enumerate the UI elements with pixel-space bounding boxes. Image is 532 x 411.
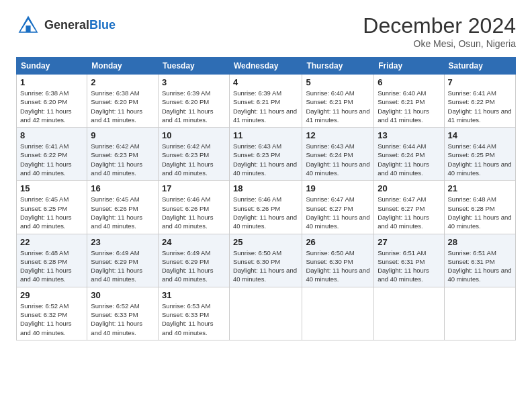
day-number: 21 (448, 183, 512, 193)
day-info: Sunrise: 6:51 AM Sunset: 6:31 PM Dayligh… (448, 248, 512, 284)
day-number: 22 (20, 237, 83, 247)
col-thursday: Thursday (302, 58, 374, 75)
day-number: 3 (162, 77, 226, 87)
calendar-cell: 5 Sunrise: 6:40 AM Sunset: 6:21 PM Dayli… (302, 75, 374, 128)
calendar-cell: 6 Sunrise: 6:40 AM Sunset: 6:21 PM Dayli… (374, 75, 444, 128)
day-info: Sunrise: 6:42 AM Sunset: 6:23 PM Dayligh… (91, 142, 154, 177)
day-info: Sunrise: 6:40 AM Sunset: 6:21 PM Dayligh… (306, 89, 370, 124)
day-info: Sunrise: 6:40 AM Sunset: 6:21 PM Dayligh… (378, 89, 440, 124)
calendar-cell: 4 Sunrise: 6:39 AM Sunset: 6:21 PM Dayli… (229, 75, 302, 128)
calendar-week-5: 29 Sunrise: 6:52 AM Sunset: 6:32 PM Dayl… (17, 287, 516, 340)
day-number: 11 (233, 130, 298, 140)
calendar-cell: 31 Sunrise: 6:53 AM Sunset: 6:33 PM Dayl… (158, 287, 229, 340)
day-number: 7 (448, 77, 512, 87)
calendar-table: Sunday Monday Tuesday Wednesday Thursday… (16, 57, 516, 340)
calendar-cell: 11 Sunrise: 6:43 AM Sunset: 6:23 PM Dayl… (229, 128, 302, 181)
day-info: Sunrise: 6:52 AM Sunset: 6:32 PM Dayligh… (20, 302, 83, 337)
logo: GeneralBlue (16, 13, 116, 38)
logo-blue: Blue (89, 18, 116, 32)
day-info: Sunrise: 6:48 AM Sunset: 6:28 PM Dayligh… (20, 248, 83, 284)
col-sunday: Sunday (17, 58, 87, 75)
calendar-cell: 23 Sunrise: 6:49 AM Sunset: 6:29 PM Dayl… (87, 234, 159, 287)
calendar-cell: 28 Sunrise: 6:51 AM Sunset: 6:31 PM Dayl… (444, 234, 515, 287)
calendar-cell: 30 Sunrise: 6:52 AM Sunset: 6:33 PM Dayl… (87, 287, 159, 340)
day-number: 18 (233, 183, 298, 193)
month-title: December 2024 (363, 13, 516, 38)
calendar-cell: 7 Sunrise: 6:41 AM Sunset: 6:22 PM Dayli… (444, 75, 515, 128)
calendar-header-row: Sunday Monday Tuesday Wednesday Thursday… (17, 58, 516, 75)
day-number: 2 (91, 77, 154, 87)
calendar-week-3: 15 Sunrise: 6:45 AM Sunset: 6:25 PM Dayl… (17, 181, 516, 234)
day-info: Sunrise: 6:38 AM Sunset: 6:20 PM Dayligh… (91, 89, 154, 124)
day-number: 10 (162, 130, 226, 140)
day-number: 12 (306, 130, 370, 140)
day-info: Sunrise: 6:47 AM Sunset: 6:27 PM Dayligh… (306, 195, 370, 230)
calendar-cell: 14 Sunrise: 6:44 AM Sunset: 6:25 PM Dayl… (444, 128, 515, 181)
day-info: Sunrise: 6:42 AM Sunset: 6:23 PM Dayligh… (162, 142, 226, 177)
day-number: 9 (91, 130, 154, 140)
logo-general: General (44, 18, 89, 32)
col-saturday: Saturday (444, 58, 515, 75)
day-number: 28 (448, 237, 512, 247)
col-wednesday: Wednesday (229, 58, 302, 75)
day-number: 30 (91, 290, 154, 300)
calendar-cell: 16 Sunrise: 6:45 AM Sunset: 6:26 PM Dayl… (87, 181, 159, 234)
calendar-cell: 21 Sunrise: 6:48 AM Sunset: 6:28 PM Dayl… (444, 181, 515, 234)
day-number: 31 (162, 290, 226, 300)
calendar-cell: 12 Sunrise: 6:43 AM Sunset: 6:24 PM Dayl… (302, 128, 374, 181)
day-info: Sunrise: 6:51 AM Sunset: 6:31 PM Dayligh… (378, 248, 440, 284)
day-info: Sunrise: 6:43 AM Sunset: 6:23 PM Dayligh… (233, 142, 298, 177)
calendar-cell: 24 Sunrise: 6:49 AM Sunset: 6:29 PM Dayl… (158, 234, 229, 287)
calendar-cell: 26 Sunrise: 6:50 AM Sunset: 6:30 PM Dayl… (302, 234, 374, 287)
calendar-cell: 3 Sunrise: 6:39 AM Sunset: 6:20 PM Dayli… (158, 75, 229, 128)
day-number: 27 (378, 237, 440, 247)
calendar-cell: 27 Sunrise: 6:51 AM Sunset: 6:31 PM Dayl… (374, 234, 444, 287)
day-info: Sunrise: 6:45 AM Sunset: 6:25 PM Dayligh… (20, 195, 83, 230)
page: GeneralBlue December 2024 Oke Mesi, Osun… (0, 0, 532, 411)
calendar-cell: 10 Sunrise: 6:42 AM Sunset: 6:23 PM Dayl… (158, 128, 229, 181)
logo-text: GeneralBlue (44, 19, 116, 32)
header: GeneralBlue December 2024 Oke Mesi, Osun… (16, 13, 516, 49)
location: Oke Mesi, Osun, Nigeria (363, 38, 516, 49)
logo-icon (16, 13, 40, 38)
calendar-week-1: 1 Sunrise: 6:38 AM Sunset: 6:20 PM Dayli… (17, 75, 516, 128)
day-info: Sunrise: 6:50 AM Sunset: 6:30 PM Dayligh… (306, 248, 370, 284)
day-number: 15 (20, 183, 83, 193)
calendar-cell (229, 287, 302, 340)
day-number: 23 (91, 237, 154, 247)
day-number: 4 (233, 77, 298, 87)
day-number: 6 (378, 77, 440, 87)
calendar-cell: 8 Sunrise: 6:41 AM Sunset: 6:22 PM Dayli… (17, 128, 87, 181)
calendar-week-2: 8 Sunrise: 6:41 AM Sunset: 6:22 PM Dayli… (17, 128, 516, 181)
calendar-cell (302, 287, 374, 340)
calendar-cell (374, 287, 444, 340)
calendar-cell (444, 287, 515, 340)
calendar-cell: 25 Sunrise: 6:50 AM Sunset: 6:30 PM Dayl… (229, 234, 302, 287)
calendar-cell: 22 Sunrise: 6:48 AM Sunset: 6:28 PM Dayl… (17, 234, 87, 287)
calendar-cell: 19 Sunrise: 6:47 AM Sunset: 6:27 PM Dayl… (302, 181, 374, 234)
calendar-cell: 13 Sunrise: 6:44 AM Sunset: 6:24 PM Dayl… (374, 128, 444, 181)
day-number: 14 (448, 130, 512, 140)
calendar-cell: 9 Sunrise: 6:42 AM Sunset: 6:23 PM Dayli… (87, 128, 159, 181)
day-info: Sunrise: 6:45 AM Sunset: 6:26 PM Dayligh… (91, 195, 154, 230)
day-number: 5 (306, 77, 370, 87)
day-number: 19 (306, 183, 370, 193)
day-info: Sunrise: 6:41 AM Sunset: 6:22 PM Dayligh… (20, 142, 83, 177)
day-info: Sunrise: 6:44 AM Sunset: 6:25 PM Dayligh… (448, 142, 512, 177)
day-info: Sunrise: 6:46 AM Sunset: 6:26 PM Dayligh… (162, 195, 226, 230)
day-info: Sunrise: 6:49 AM Sunset: 6:29 PM Dayligh… (91, 248, 154, 284)
day-info: Sunrise: 6:49 AM Sunset: 6:29 PM Dayligh… (162, 248, 226, 284)
col-friday: Friday (374, 58, 444, 75)
calendar-week-4: 22 Sunrise: 6:48 AM Sunset: 6:28 PM Dayl… (17, 234, 516, 287)
day-number: 1 (20, 77, 83, 87)
calendar-cell: 20 Sunrise: 6:47 AM Sunset: 6:27 PM Dayl… (374, 181, 444, 234)
day-number: 13 (378, 130, 440, 140)
calendar-cell: 2 Sunrise: 6:38 AM Sunset: 6:20 PM Dayli… (87, 75, 159, 128)
day-number: 26 (306, 237, 370, 247)
col-monday: Monday (87, 58, 159, 75)
day-info: Sunrise: 6:44 AM Sunset: 6:24 PM Dayligh… (378, 142, 440, 177)
day-info: Sunrise: 6:52 AM Sunset: 6:33 PM Dayligh… (91, 302, 154, 337)
day-info: Sunrise: 6:47 AM Sunset: 6:27 PM Dayligh… (378, 195, 440, 230)
title-block: December 2024 Oke Mesi, Osun, Nigeria (363, 13, 516, 49)
col-tuesday: Tuesday (158, 58, 229, 75)
